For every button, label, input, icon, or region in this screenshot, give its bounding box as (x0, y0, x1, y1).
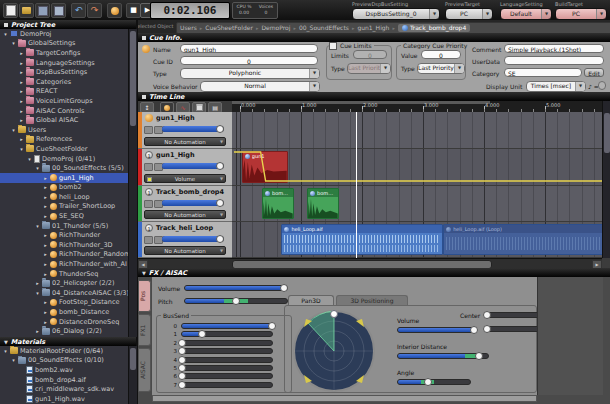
tree-item[interactable]: ▸bomb_Distance (0, 307, 128, 317)
tree-item[interactable]: ▸Categories (0, 77, 128, 87)
undo-icon[interactable]: ↶ (71, 3, 86, 18)
timeline-ruler[interactable]: 0.0001.0002.0003.0004.0005.0006.000 (232, 101, 602, 112)
tree-expander-icon[interactable]: ▸ (43, 194, 48, 200)
tree-expander-icon[interactable]: ▸ (43, 319, 48, 325)
tree-expander-icon[interactable]: ▾ (3, 348, 8, 354)
selector-dropdown[interactable]: DspBusSetting_0▼ (352, 8, 440, 20)
selector-dropdown[interactable]: PC▼ (445, 8, 493, 20)
fx-side-tab-aisac[interactable]: AISAC (138, 348, 151, 392)
tree-item[interactable]: ▸RichThunder_with_AI (0, 259, 128, 269)
save-all-icon[interactable] (51, 3, 66, 18)
timeline-vscroll-thumb[interactable] (604, 113, 610, 153)
tree-expander-icon[interactable]: ▾ (11, 127, 16, 133)
volume-automation-line[interactable] (232, 112, 602, 258)
track-header[interactable]: 1Track_bomb_drop4No Automation▼ (138, 186, 232, 222)
tree-expander-icon[interactable]: ▸ (43, 175, 48, 181)
timeline-vscrollbar[interactable] (602, 101, 610, 258)
tree-expander-icon[interactable]: ▸ (43, 213, 48, 219)
voice-behavior-dropdown[interactable]: Normal▼ (200, 81, 320, 92)
tree-item[interactable]: ▾DemoProj (0, 29, 128, 39)
tree-expander-icon[interactable]: ▸ (43, 251, 48, 257)
slider-knob[interactable] (483, 325, 491, 333)
tree-item[interactable]: ▸TargetConfigs (0, 48, 128, 58)
tree-expander-icon[interactable]: ▸ (35, 280, 40, 286)
userdata-field[interactable] (504, 56, 604, 65)
dropdown-arrow-icon[interactable]: ▼ (575, 82, 585, 91)
bus-send-slider-5[interactable] (181, 365, 273, 371)
tree-item[interactable]: ▸REACT (0, 87, 128, 97)
slider-knob[interactable] (198, 330, 206, 338)
tree-expander-icon[interactable]: ▸ (19, 50, 24, 56)
breadcrumb-segment[interactable]: 00_SoundEffects (299, 24, 349, 31)
bus-send-slider-4[interactable] (181, 357, 273, 363)
playhead[interactable] (356, 112, 357, 258)
bus-send-slider-2[interactable] (181, 340, 273, 346)
tree-item[interactable]: ▸ThunderSeq (0, 269, 128, 279)
materials-scrollbar[interactable] (128, 346, 137, 404)
tree-expander-icon[interactable]: ▸ (19, 108, 24, 114)
tree-expander-icon[interactable]: ▸ (43, 271, 48, 277)
tree-expander-icon[interactable]: ▾ (3, 31, 8, 37)
bus-send-slider-6[interactable] (181, 373, 273, 379)
tree-expander-icon[interactable]: ▸ (19, 136, 24, 142)
dropdown-arrow-icon[interactable]: ▼ (309, 82, 319, 91)
tree-item[interactable]: ▸RichThunder (0, 230, 128, 240)
tree-item[interactable]: ▸References (0, 135, 128, 145)
tree-item[interactable]: ▸VoiceLimitGroups (0, 96, 128, 106)
tree-item[interactable]: cri_middleware_sdk.wav (0, 384, 128, 394)
angle-slider[interactable] (397, 379, 471, 385)
slider-knob[interactable] (178, 347, 186, 355)
track-volume-slider[interactable] (162, 236, 224, 242)
tree-item[interactable]: ▸DistanceDroneSeq (0, 317, 128, 327)
selector-dropdown[interactable]: PC▼ (555, 8, 607, 20)
pan-volume-slider[interactable] (397, 327, 477, 333)
slider-knob[interactable] (232, 297, 240, 305)
slider-knob[interactable] (216, 162, 224, 170)
slider-knob[interactable] (268, 322, 276, 330)
bus-send-slider-3[interactable] (181, 348, 273, 354)
tree-item[interactable]: ▾CueSheetFolder (0, 144, 128, 154)
slider-knob[interactable] (178, 381, 186, 389)
open-project-icon[interactable] (19, 3, 34, 18)
tree-item[interactable]: ▸02_Helicopter (2/2) (0, 278, 128, 288)
tree-expander-icon[interactable]: ▸ (19, 79, 24, 85)
slider-knob[interactable] (216, 125, 224, 133)
track-header[interactable]: 1Track_heli_LoopNo Automation▼ (138, 222, 232, 258)
selector-dropdown[interactable]: Default▼ (500, 8, 552, 20)
tree-item[interactable]: bomb_drop4.aif (0, 375, 128, 385)
track-mini-buttons[interactable] (144, 126, 163, 134)
fx-side-tab-pos[interactable]: Pos (138, 280, 151, 312)
tree-item[interactable]: bomb2.wav (0, 365, 128, 375)
tree-item[interactable]: ▸gun1_High (0, 173, 128, 183)
tree-expander-icon[interactable]: ▸ (43, 309, 48, 315)
tree-expander-icon[interactable]: ▸ (43, 232, 48, 238)
comment-field[interactable]: Simple Playback.(1Shot) (504, 44, 604, 53)
breadcrumb-segment[interactable]: gun1_High (357, 24, 389, 31)
tree-expander-icon[interactable]: ▾ (27, 156, 32, 162)
fx-bottom-scrollbar[interactable] (152, 395, 537, 402)
tree-item[interactable]: ▸DspBusSettings (0, 67, 128, 77)
type-dropdown[interactable]: Polyphonic▼ (180, 68, 320, 79)
tree-item[interactable]: ▾00_SoundEffects (5/5) (0, 163, 128, 173)
slider-knob[interactable] (483, 311, 491, 319)
tree-expander-icon[interactable]: ▾ (35, 165, 40, 171)
tab-pan3d[interactable]: Pan3D (288, 295, 334, 305)
dropdown-arrow-icon[interactable]: ▼ (482, 9, 492, 19)
collapse-triangle-icon[interactable]: ▼ (4, 339, 8, 345)
slider-knob[interactable] (216, 199, 224, 207)
tree-item[interactable]: ▾GlobalSettings (0, 39, 128, 49)
dropdown-arrow-icon[interactable]: ▼ (454, 64, 464, 73)
stop-button[interactable]: ■ (126, 3, 141, 18)
tree-expander-icon[interactable]: ▸ (43, 261, 48, 267)
fx-pitch-slider[interactable] (184, 298, 288, 304)
project-tree-scroll-thumb[interactable] (130, 31, 136, 126)
fx-side-tab-fx1[interactable]: FX1 (138, 314, 151, 346)
tree-item[interactable]: ▸RichThunder_3D (0, 240, 128, 250)
track-volume-slider[interactable] (162, 200, 224, 206)
track-mini-buttons[interactable] (144, 200, 163, 208)
ruler-zoom-bar[interactable] (232, 101, 490, 104)
mute-icon[interactable] (144, 236, 153, 244)
tree-item[interactable]: ▸Trailer_ShortLoop (0, 202, 128, 212)
track-header[interactable]: gun1_HighNo Automation▼ (138, 112, 232, 149)
mute-icon[interactable] (144, 126, 153, 134)
